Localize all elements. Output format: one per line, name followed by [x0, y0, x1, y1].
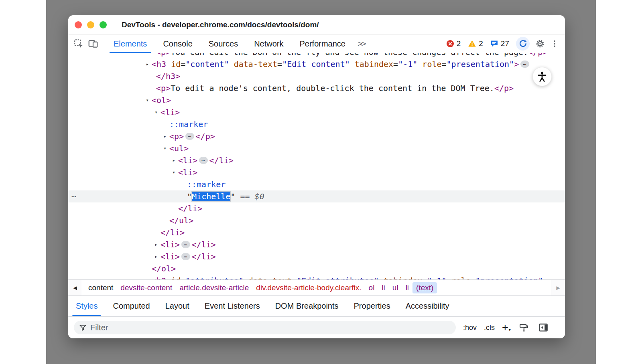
token-attr: data-text	[244, 276, 292, 279]
dom-tree-row[interactable]: </li>	[68, 202, 565, 214]
collapse-arrow-icon[interactable]: ▾	[171, 166, 177, 178]
filter-funnel-icon	[79, 324, 87, 332]
device-toolbar-icon[interactable]	[86, 36, 100, 51]
issues-badge[interactable]: 27	[490, 39, 509, 48]
row-overflow-icon[interactable]: ⋯	[71, 190, 77, 202]
token-val: "attributes"	[185, 276, 244, 279]
plus-icon: +	[502, 323, 508, 332]
inline-expand-icon[interactable]: ⋯	[181, 253, 190, 260]
expand-arrow-icon[interactable]: ▸	[162, 130, 168, 142]
more-tabs-button[interactable]: >>	[354, 39, 369, 49]
tab-network[interactable]: Network	[246, 34, 291, 53]
dom-tree-row[interactable]: ▸<li>⋯</li>	[68, 239, 565, 251]
dom-tree-row[interactable]: ▸<li>⋯</li>	[68, 154, 565, 166]
expand-arrow-icon[interactable]: ▸	[144, 275, 150, 279]
token-val: "content"	[185, 59, 229, 69]
settings-button[interactable]	[533, 36, 547, 51]
edited-text-selection: Michelle	[192, 192, 230, 201]
dom-tree-row[interactable]: ::marker	[68, 118, 565, 130]
row-tokens: <ul>	[169, 142, 189, 154]
collapse-arrow-icon[interactable]: ▾	[162, 142, 168, 154]
tab-elements[interactable]: Elements	[106, 34, 155, 53]
inline-expand-icon[interactable]: ⋯	[520, 61, 529, 68]
token-psd: ::marker	[169, 119, 208, 129]
breadcrumb-item-ol[interactable]: ol	[365, 282, 378, 293]
sidebar-toggle-button[interactable]	[537, 322, 549, 333]
dom-tree-row[interactable]: ▸<li>⋯</li>	[68, 251, 565, 263]
dom-tree-row[interactable]: </ol>	[68, 263, 565, 275]
paint-roller-icon	[519, 323, 529, 333]
filter-input[interactable]: Filter	[74, 321, 456, 334]
breadcrumb-item-div-devsite-article-body-clearfix[interactable]: div.devsite-article-body.clearfix.	[252, 282, 365, 293]
inline-expand-icon[interactable]: ⋯	[185, 133, 194, 140]
dom-tree-row[interactable]: ▸<h3 id="content" data-text="Edit conten…	[68, 58, 565, 70]
token-var: $0	[255, 192, 264, 201]
expand-arrow-icon[interactable]: ▸	[171, 154, 177, 166]
element-state-button[interactable]: :hov	[463, 324, 477, 332]
token-tag: </li>	[192, 252, 216, 261]
dom-tree-row[interactable]: <p>You can edit the DOM on the fly and s…	[68, 53, 565, 58]
sidebar-tab-computed[interactable]: Computed	[105, 296, 157, 316]
minimize-button[interactable]	[87, 21, 94, 28]
dom-tree-row[interactable]: ▸<h3 id="attributes" data-text="Edit att…	[68, 275, 565, 279]
breadcrumb-item-article-devsite-article[interactable]: article.devsite-article	[176, 282, 252, 293]
accessibility-overlay-button[interactable]	[532, 67, 552, 86]
expand-arrow-icon[interactable]: ▸	[153, 251, 159, 263]
breadcrumb-item-li[interactable]: li	[402, 282, 412, 293]
dom-tree-row[interactable]: ⋯"Michelle" == $0	[68, 190, 565, 202]
tab-console[interactable]: Console	[155, 34, 200, 53]
inline-expand-icon[interactable]: ⋯	[181, 241, 190, 248]
token-eq: ==	[235, 192, 254, 201]
breadcrumb-item-text[interactable]: (text)	[412, 282, 437, 293]
breadcrumb-item-content[interactable]: content	[85, 282, 117, 293]
inline-expand-icon[interactable]: ⋯	[199, 157, 207, 164]
collapse-arrow-icon[interactable]: ▾	[144, 94, 150, 106]
breadcrumb-scroll-right[interactable]: ▶	[551, 280, 565, 295]
dom-tree-row[interactable]: ▾<ul>	[68, 142, 565, 154]
dom-tree-row[interactable]: </ul>	[68, 214, 565, 226]
tab-performance[interactable]: Performance	[292, 34, 354, 53]
warning-count: 2	[479, 39, 483, 48]
paint-roller-button[interactable]	[518, 322, 530, 333]
token-pun: =	[181, 59, 185, 69]
maximize-button[interactable]	[100, 21, 107, 28]
breadcrumb-item-devsite-content[interactable]: devsite-content	[117, 282, 176, 293]
class-toggle-button[interactable]: .cls	[484, 324, 495, 332]
sidebar-tab-event-listeners[interactable]: Event Listeners	[197, 296, 268, 316]
dom-tree-row[interactable]: </li>	[68, 226, 565, 239]
breadcrumb-item-li[interactable]: li	[378, 282, 388, 293]
dom-tree-row[interactable]: ▾<li>	[68, 106, 565, 118]
right-arrow-icon: ▶	[556, 285, 560, 291]
token-tag: </li>	[192, 240, 216, 249]
sidebar-tab-layout[interactable]: Layout	[158, 296, 197, 316]
row-tokens: <h3 id="attributes" data-text="Edit attr…	[152, 275, 543, 279]
menu-button[interactable]	[547, 36, 562, 51]
dom-tree-row[interactable]: ::marker	[68, 178, 565, 190]
token-pun: =	[442, 59, 447, 69]
inline-text-editor[interactable]: Michelle	[192, 192, 230, 201]
breadcrumb-scroll-left[interactable]: ◀	[68, 280, 82, 295]
token-tag: <li>	[178, 156, 197, 165]
breadcrumb-item-ul[interactable]: ul	[389, 282, 402, 293]
sync-extension-button[interactable]	[516, 37, 530, 51]
close-button[interactable]	[75, 21, 82, 28]
expand-arrow-icon[interactable]: ▸	[144, 58, 150, 70]
new-style-rule-button[interactable]: + ▾	[502, 323, 511, 332]
sidebar-tab-dom-breakpoints[interactable]: DOM Breakpoints	[268, 296, 346, 316]
caret-down-icon: ▾	[509, 328, 511, 332]
dom-tree-row[interactable]: <p>To edit a node's content, double-clic…	[68, 82, 565, 94]
dom-tree-row[interactable]: ▸<p>⋯</p>	[68, 130, 565, 142]
error-badge[interactable]: 2	[446, 39, 461, 48]
sidebar-tab-styles[interactable]: Styles	[68, 296, 105, 316]
warning-badge[interactable]: 2	[468, 39, 483, 48]
collapse-arrow-icon[interactable]: ▾	[153, 106, 159, 118]
dom-tree-row[interactable]: ▾<ol>	[68, 94, 565, 106]
inspect-element-icon[interactable]	[71, 36, 86, 51]
sidebar-tab-properties[interactable]: Properties	[346, 296, 398, 316]
tab-sources[interactable]: Sources	[201, 34, 246, 53]
sidebar-tab-accessibility[interactable]: Accessibility	[398, 296, 457, 316]
token-pun: =	[393, 59, 398, 69]
expand-arrow-icon[interactable]: ▸	[153, 239, 159, 251]
dom-tree-row[interactable]: </h3>	[68, 70, 565, 82]
dom-tree-row[interactable]: ▾<li>	[68, 166, 565, 178]
